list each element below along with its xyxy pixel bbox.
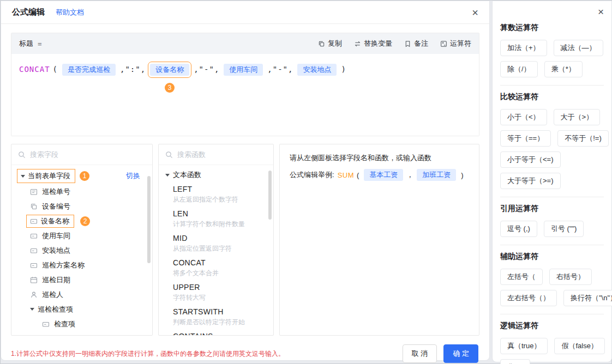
formula-function-name: CONCAT <box>19 65 50 74</box>
field-group-item[interactable]: 巡检检查项 <box>11 302 152 317</box>
field-item[interactable]: 巡检日期 <box>11 272 152 287</box>
function-desc: 判断是否以特定字符开始 <box>173 318 267 327</box>
formula-editor-box: 标题 = 复制替换变量备注运算符 CONCAT(是否完成巡检,":",设备名称3… <box>11 33 479 136</box>
fields-panel: 当前表单字段 1 切换 巡检单号设备编号设备名称2使用车间安装地点巡检方案名称巡… <box>11 144 153 336</box>
caret-down-icon <box>165 174 170 177</box>
operator-button[interactable]: 非 (!) <box>500 359 530 364</box>
field-title-label: 标题 <box>19 39 33 48</box>
function-item[interactable]: LEN计算字符个数和附件数量 <box>159 207 273 232</box>
close-icon[interactable]: × <box>472 7 478 18</box>
example-field-chip: 基本工资 <box>364 169 403 181</box>
editor-toolbar: 标题 = 复制替换变量备注运算符 <box>11 33 479 54</box>
toolbar-actions: 复制替换变量备注运算符 <box>318 39 471 48</box>
operator-button[interactable]: 真（true） <box>500 338 548 354</box>
copy-action[interactable]: 复制 <box>318 39 342 48</box>
field-item[interactable]: 设备编号 <box>11 199 152 214</box>
confirm-button[interactable]: 确 定 <box>443 344 478 363</box>
operator-button[interactable]: 假（false） <box>554 338 604 354</box>
scrollbar[interactable] <box>268 171 272 220</box>
operator-button[interactable]: 引号 ("") <box>544 221 584 237</box>
operator-button-row: 逗号 (,)引号 ("") <box>500 221 604 237</box>
function-item[interactable]: CONCAT将多个文本合并 <box>159 256 273 281</box>
field-item[interactable]: 安装地点 <box>11 243 152 258</box>
dialog-header: 公式编辑 帮助文档 × <box>1 1 489 24</box>
switch-link[interactable]: 切换 <box>126 171 140 181</box>
copy-field-icon <box>30 203 38 210</box>
field-item[interactable]: 设备名称2 <box>11 214 152 228</box>
caret-down-icon <box>21 175 25 178</box>
step-2-badge: 2 <box>80 216 90 226</box>
note-action[interactable]: 备注 <box>404 39 428 48</box>
operator-button-row: 除（/）乘（*） <box>500 61 604 77</box>
replace-variable-action[interactable]: 替换变量 <box>354 39 392 48</box>
operator-button-row: 小于（<）大于（>） <box>500 109 604 125</box>
operator-button[interactable]: 不等于（!=) <box>557 130 609 147</box>
field-item[interactable]: 巡检方案名称 <box>11 258 152 272</box>
field-item[interactable]: 巡检单号 <box>11 184 152 199</box>
operator-button[interactable]: 除（/） <box>500 61 538 77</box>
cancel-button[interactable]: 取 消 <box>403 344 437 363</box>
field-search-input[interactable] <box>30 150 146 159</box>
person-icon <box>30 291 38 299</box>
operator-groups: 算数运算符加法（+）减法（—）除（/）乘（*）比较运算符小于（<）大于（>）等于… <box>500 23 604 364</box>
help-doc-link[interactable]: 帮助文档 <box>56 8 84 17</box>
formula-field-chip[interactable]: 是否完成巡检 <box>62 64 116 76</box>
dialog-footer: 1.计算公式中仅支持同一明细表内的字段进行计算，函数中的各参数之间请使用英文逗号… <box>11 344 479 363</box>
operator-button[interactable]: 小于（<） <box>500 109 547 125</box>
operator-button[interactable]: 乘（*） <box>544 61 583 77</box>
function-search[interactable] <box>159 144 273 165</box>
divider <box>500 245 604 245</box>
operator-panel: × 算数运算符加法（+）减法（—）除（/）乘（*）比较运算符小于（<）大于（>）… <box>492 1 612 362</box>
operator-button[interactable]: 减法（—） <box>554 40 603 56</box>
formula-input-area[interactable]: CONCAT(是否完成巡检,":",设备名称3,"-",使用车间,"-",安装地… <box>11 54 479 136</box>
formula-field-chip[interactable]: 使用车间 <box>224 64 263 76</box>
operator-button[interactable]: 等于（==） <box>500 130 551 147</box>
close-icon[interactable]: × <box>500 7 604 19</box>
example-line: 公式编辑举例: SUM ( 基本工资 ， 加班工资 ) <box>290 169 469 181</box>
scrollbar[interactable] <box>147 176 151 263</box>
function-item[interactable]: LEFT从左返回指定个数字符 <box>159 183 273 207</box>
operator-button-row: 等于（==）不等于（!=) <box>500 130 604 147</box>
function-name: UPPER <box>173 283 267 292</box>
field-item[interactable]: 巡检人 <box>11 287 152 302</box>
formula-field-chip[interactable]: 安装地点 <box>297 64 337 76</box>
field-item-label: 设备名称 <box>41 216 69 226</box>
field-root-label: 当前表单字段 <box>28 171 70 181</box>
operator-group-title: 引用运算符 <box>500 204 604 214</box>
operator-button-row: 加法（+）减法（—） <box>500 40 604 56</box>
function-name: STARTSWITH <box>173 307 267 316</box>
operator-button[interactable]: 小于等于（<=) <box>500 151 561 168</box>
operator-button[interactable]: 加法（+） <box>500 40 547 56</box>
operator-button[interactable]: 右括号） <box>549 269 592 285</box>
operator-button[interactable]: 换行符（"\n"） <box>563 290 612 306</box>
operator-button[interactable]: 左右括号（） <box>500 290 557 306</box>
field-search[interactable] <box>11 144 152 165</box>
function-item[interactable]: MID从指定位置返回字符 <box>159 232 273 256</box>
operator-button[interactable]: 左括号（ <box>500 269 543 285</box>
field-item[interactable]: 使用车间 <box>11 228 152 243</box>
function-items: LEFT从左返回指定个数字符LEN计算字符个数和附件数量MID从指定位置返回字符… <box>159 183 273 336</box>
function-item[interactable]: CONTAINS <box>159 330 273 336</box>
replace-variable-action-label: 替换变量 <box>364 39 392 48</box>
function-item[interactable]: UPPER字符转大写 <box>159 281 273 305</box>
function-search-input[interactable] <box>177 150 273 159</box>
operator-button[interactable]: 逗号 (,) <box>500 221 537 237</box>
highlight-box-1: 当前表单字段 <box>17 169 75 183</box>
function-name: MID <box>173 234 267 242</box>
field-item-label: 使用车间 <box>42 231 70 241</box>
operator-group-title: 逻辑运算符 <box>500 321 604 331</box>
operator-button[interactable]: 大于（>） <box>554 109 601 125</box>
field-item[interactable]: 检查方法 <box>11 331 152 336</box>
formula-help-panel: 请从左侧面板选择字段名和函数，或输入函数 公式编辑举例: SUM ( 基本工资 … <box>279 144 479 336</box>
operators-action[interactable]: 运算符 <box>440 39 471 48</box>
field-item-label: 设备编号 <box>42 202 70 211</box>
function-desc: 从左返回指定个数字符 <box>173 195 267 204</box>
operator-button[interactable]: 大于等于（>=) <box>500 173 561 189</box>
operator-group-title: 辅助运算符 <box>500 252 604 262</box>
field-item[interactable]: 检查项 <box>11 317 152 331</box>
function-name: LEFT <box>173 185 267 193</box>
function-group-row[interactable]: 文本函数 <box>159 165 273 183</box>
function-item[interactable]: STARTSWITH判断是否以特定字符开始 <box>159 305 273 330</box>
formula-field-chip[interactable]: 设备名称3 <box>150 64 189 76</box>
field-root-row[interactable]: 当前表单字段 1 切换 <box>11 168 152 184</box>
